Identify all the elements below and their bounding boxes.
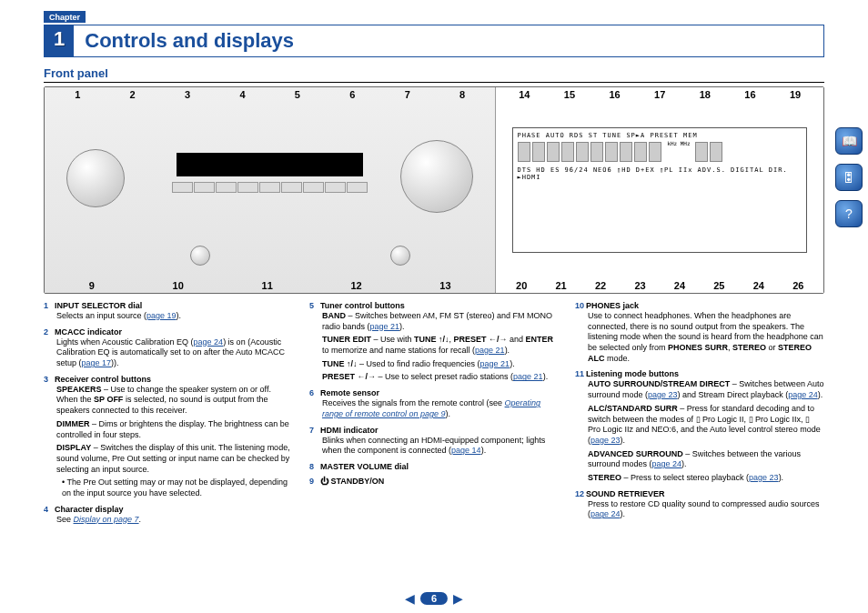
text: Selects an input source ( <box>56 311 146 320</box>
text: – Switches the display of this unit. The… <box>56 443 290 473</box>
page-link[interactable]: page 23 <box>590 436 621 445</box>
callout: 11 <box>262 280 273 291</box>
page-link[interactable]: page 21 <box>480 359 510 368</box>
label: ADVANCED SURROUND <box>588 449 683 458</box>
next-page-button[interactable]: ▶ <box>453 591 463 606</box>
page-link[interactable]: page 23 <box>749 473 779 482</box>
item-title: Character display <box>55 505 124 514</box>
item-5: 5Tuner control buttons BAND – Switches b… <box>309 301 559 383</box>
page-link[interactable]: Display on page 7 <box>74 515 139 524</box>
callout-row-display-top: 14 15 16 17 18 16 19 <box>496 87 823 102</box>
item-3: 3Receiver control buttons SPEAKERS – Use… <box>44 375 293 499</box>
text: mode. <box>605 354 631 363</box>
label: TUNER EDIT <box>322 335 371 344</box>
callout: 26 <box>792 280 803 291</box>
text: ). <box>681 459 687 468</box>
item-4: 4Character display See Display on page 7… <box>44 505 293 526</box>
remote-icon[interactable]: 🎛 <box>835 164 863 191</box>
input-selector-knob <box>66 149 125 207</box>
section-title: Front panel <box>44 66 824 83</box>
label: TUNE ↑/↓ <box>414 335 449 344</box>
button-row <box>172 182 368 193</box>
callout: 8 <box>459 89 465 100</box>
chapter-number: 1 <box>45 25 74 56</box>
page-link[interactable]: page 21 <box>370 322 400 331</box>
label: PHONES SURR <box>668 343 728 352</box>
text: – Press to select stereo playback ( <box>621 473 749 482</box>
lcd-top-row: PHASE AUTO RDS ST TUNE SP►A PRESET MEM <box>517 132 802 139</box>
callout: 13 <box>439 280 450 291</box>
callout-row-display-bottom: 20 21 22 23 24 25 24 26 <box>496 278 823 293</box>
callout: 14 <box>519 89 530 100</box>
master-volume-knob <box>400 140 473 213</box>
pager: ◀ 6 ▶ <box>405 591 463 606</box>
standby-button <box>190 246 210 266</box>
label: PRESET ←/→ <box>322 372 376 381</box>
callout: 9 <box>89 280 95 291</box>
text: – Switches between AM, FM ST (stereo) an… <box>322 311 552 331</box>
text: ). <box>399 322 405 331</box>
page-link[interactable]: page 21 <box>475 346 505 355</box>
lcd-bottom-row: DTS HD ES 96/24 NEO6 ▯HD D+EX ▯PL IIx AD… <box>517 166 802 181</box>
help-icon[interactable]: ? <box>835 200 863 227</box>
callout: 3 <box>185 89 190 100</box>
label: STEREO <box>732 343 766 352</box>
item-title: ⏻ STANDBY/ON <box>320 477 384 486</box>
label: STEREO <box>588 473 621 482</box>
label: DISPLAY <box>56 443 91 452</box>
page-link[interactable]: page 24 <box>590 509 621 518</box>
front-panel-diagram: 1 2 3 4 5 6 7 8 9 10 11 12 13 14 15 16 1… <box>44 86 824 294</box>
text: . <box>139 515 142 524</box>
book-icon[interactable]: 📖 <box>835 127 863 155</box>
item-6: 6Remote sensor Receives the signals from… <box>309 388 559 419</box>
label: DIMMER <box>56 419 90 428</box>
callout: 2 <box>130 89 136 100</box>
text: Blinks when connecting an HDMI-equipped … <box>322 436 545 456</box>
callout: 16 <box>744 89 755 100</box>
text: ). <box>779 473 784 482</box>
page-link[interactable]: page 14 <box>451 446 481 455</box>
page-link[interactable]: page 24 <box>788 390 818 399</box>
text: ). <box>543 372 549 381</box>
phones-jack <box>390 246 410 266</box>
callout: 17 <box>654 89 665 100</box>
prev-page-button[interactable]: ◀ <box>405 591 415 606</box>
page-link[interactable]: page 24 <box>652 459 682 468</box>
page-link[interactable]: page 21 <box>513 372 543 381</box>
text: ). <box>818 390 823 399</box>
item-title: Receiver control buttons <box>55 375 151 384</box>
callout: 4 <box>239 89 245 100</box>
item-title: Remote sensor <box>320 388 379 397</box>
item-10: 10PHONES jack Use to connect headphones.… <box>575 301 824 364</box>
item-title: SOUND RETRIEVER <box>586 489 665 498</box>
page-link[interactable]: page 19 <box>146 311 177 320</box>
callout: 19 <box>790 89 801 100</box>
column-3: 10PHONES jack Use to connect headphones.… <box>575 301 824 530</box>
text: – Use with <box>371 335 414 344</box>
item-title: MCACC indicator <box>55 327 122 337</box>
text: – Use to select preset radio stations ( <box>376 372 513 381</box>
text: ). <box>621 436 626 445</box>
label: TUNE ↑/↓ <box>322 359 358 368</box>
text: ). <box>481 446 487 455</box>
page-link[interactable]: page 24 <box>194 337 224 347</box>
callout: 7 <box>405 89 410 100</box>
page-link[interactable]: page 23 <box>648 390 678 399</box>
page-number: 6 <box>420 592 448 605</box>
item-9: 9⏻ STANDBY/ON <box>309 477 559 486</box>
text: ). <box>446 409 451 418</box>
callout: 21 <box>556 280 567 291</box>
label: SPEAKERS <box>56 385 102 394</box>
text: – Dims or brightens the display. The bri… <box>56 419 289 439</box>
callout: 10 <box>173 280 184 291</box>
text: See <box>56 515 74 524</box>
display-illustration: 14 15 16 17 18 16 19 PHASE AUTO RDS ST T… <box>496 87 823 293</box>
page-link[interactable]: page 17 <box>82 358 112 367</box>
item-title: HDMI indicator <box>320 426 378 435</box>
callout: 25 <box>713 280 724 291</box>
text: and <box>508 335 526 344</box>
callout: 24 <box>753 280 764 291</box>
text: ). <box>621 509 626 518</box>
item-title: PHONES jack <box>586 301 639 310</box>
label: BAND <box>322 311 346 320</box>
